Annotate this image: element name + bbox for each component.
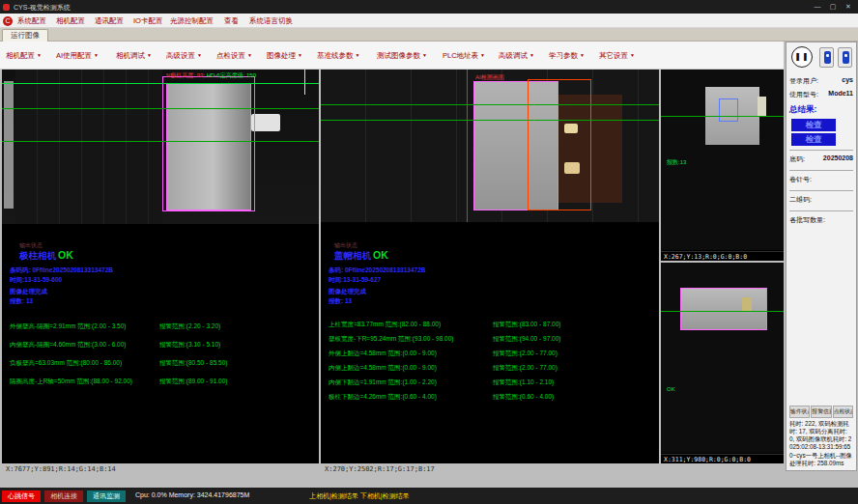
model-value: Mode11 (828, 90, 853, 99)
chevron-down-icon: ▼ (247, 52, 252, 58)
toolbar-item-baseline-params[interactable]: 基准线参数▼ (317, 51, 359, 61)
divider (789, 170, 853, 171)
scene-connector (251, 114, 280, 131)
bottom-code-value: 20250208 (823, 154, 853, 164)
maximize-button[interactable]: ▢ (825, 0, 841, 14)
measure-alarm: 报警范围:(94.00 - 97.00) (493, 335, 560, 344)
guide-line-green (661, 116, 784, 117)
right-time: 时间:13-31-59-627 (329, 276, 381, 285)
toolbar-item-advanced-debug[interactable]: 高级调试▼ (499, 51, 534, 61)
small-view-1-overlay: 报数:13 (667, 158, 686, 167)
lock-icon-dot (844, 54, 847, 57)
total-result-label: 总结果: (789, 104, 853, 116)
menu-item-language-switch[interactable]: 系统语言切换 (249, 16, 293, 26)
side-tab-check-status[interactable]: 点检状态 (833, 406, 853, 418)
small-view-2-image[interactable]: OK (661, 263, 784, 453)
pause-button[interactable]: ❚❚ (791, 46, 813, 68)
minimize-button[interactable]: — (810, 0, 825, 14)
toolbar-item-test-image-params[interactable]: 测试图像参数▼ (377, 51, 427, 61)
chevron-down-icon: ▼ (529, 52, 534, 58)
menu-bar: C 系统配置 相机配置 通讯配置 IO卡配置 光源控制配置 查看 系统语言切换 (0, 14, 858, 28)
tab-run-image[interactable]: 运行图像 (2, 29, 48, 42)
toolbar-item-other-settings[interactable]: 其它设置▼ (599, 51, 635, 61)
scene-highlight-spot (742, 297, 752, 311)
guide-line-green (321, 120, 659, 121)
batch-count-label: 各批写数量: (789, 215, 853, 225)
result-box-1: 检查 (791, 119, 836, 131)
left-camera-image[interactable]: N极柱高度: 93; HD-6定高度值: 150 (2, 70, 319, 224)
toolbar-item-advanced-settings[interactable]: 高级设置▼ (166, 51, 202, 61)
menu-item-comm-config[interactable]: 通讯配置 (95, 16, 124, 26)
measure-row: 内侧下翻边=1.91mm 范围:(1.00 - 2.20) (329, 378, 437, 387)
divider (789, 150, 853, 151)
right-count: 报数: 13 (329, 297, 352, 306)
login-user-row: 登录用户: cys (789, 76, 853, 86)
lock-icon-button[interactable] (838, 47, 852, 68)
menu-item-view[interactable]: 查看 (224, 16, 239, 26)
measure-alarm: 报警范围:(2.20 - 3.20) (159, 322, 220, 331)
camera-device-icon-button[interactable] (819, 47, 834, 68)
measure-row: 壁板宽度-下R=95.24mm 范围:(93.00 - 98.00) (329, 335, 454, 344)
left-ok-badge: OK (58, 249, 73, 261)
window-title: CYS-视觉检测系统 (14, 3, 71, 13)
guide-line-green (2, 141, 319, 142)
close-button[interactable]: ✕ (841, 0, 856, 14)
side-tabs: 输件状态 报警信息 点检状态 (789, 406, 853, 418)
toolbar-item-ai-config[interactable]: AI使用配置▼ (56, 51, 99, 61)
measure-alarm: 报警范围:(3.10 - 5.10) (159, 341, 220, 350)
device-icon (824, 51, 831, 64)
guide-line-green (321, 104, 659, 105)
login-user-label: 登录用户: (789, 76, 818, 86)
left-process-done: 图像处理完成 (10, 288, 47, 296)
chevron-down-icon: ▼ (197, 52, 202, 58)
right-camera-image[interactable]: AI检测画面 (321, 70, 659, 222)
right-result-title: 盖帽相机OK (334, 249, 388, 263)
menu-item-system-config[interactable]: 系统配置 (17, 16, 46, 26)
toolbar-item-image-processing[interactable]: 图像处理▼ (267, 51, 302, 61)
pin-number-label: 卷针号: (789, 175, 853, 184)
app-icon (3, 4, 10, 11)
menu-item-light-config[interactable]: 光源控制配置 (170, 16, 214, 26)
left-result-title: 极柱相机OK (19, 249, 73, 263)
toolbar-item-learning-params[interactable]: 学习参数▼ (549, 51, 585, 61)
menu-item-camera-config[interactable]: 相机配置 (56, 16, 85, 26)
chevron-down-icon: ▼ (422, 52, 427, 58)
right-camera-panel: AI检测画面 输出状态 盖帽相机OK 条码: 0Ffiine2025020813… (321, 70, 659, 463)
chevron-down-icon: ▼ (94, 52, 99, 58)
bottom-code-label: 底码: (789, 154, 805, 164)
cpu-memory-readout: Cpu: 0.0% Memory: 3424.41796875M (135, 491, 249, 498)
right-barcode: 条码: 0Ffiine2025020813313472B (329, 266, 425, 275)
scene-edge-strip (4, 81, 14, 209)
measure-alarm: 报警范围:(2.00 - 77.00) (493, 364, 558, 373)
toolbar-item-camera-config[interactable]: 相机配置▼ (6, 51, 42, 61)
small-view-1-image[interactable]: 报数:13 (661, 70, 784, 250)
measure-row: 上柱宽度=83.77mm 范围:(82.00 - 88.00) (329, 321, 441, 329)
small-view-2: OK X:311;Y:980;R:0;G:0;B:0 (661, 263, 784, 463)
heartbeat-indicator: 心跳信号 (2, 490, 41, 502)
camera-results-readout: 上相机|检测结果 下相机|检测结果 (309, 491, 410, 501)
small-view-1: 报数:13 X:267;Y:13;R:0;G:0;B:0 (661, 70, 784, 261)
measure-alarm: 报警范围:(80.50 - 85.50) (159, 359, 227, 368)
toolbar-item-spotcheck-settings[interactable]: 点检设置▼ (216, 51, 252, 61)
qr-code-label: 二维码: (789, 195, 853, 205)
chevron-down-icon: ▼ (580, 52, 585, 58)
side-controls: ❚❚ (789, 45, 853, 72)
app-logo-icon: C (3, 16, 13, 26)
menu-item-io-config[interactable]: IO卡配置 (133, 16, 162, 26)
toolbar-item-camera-debug[interactable]: 相机调试▼ (116, 51, 152, 61)
toolbar-item-plc-address[interactable]: PLC地址表▼ (443, 51, 485, 61)
left-image-overlay-text: N极柱高度: 93; HD-6定高度值: 150 (166, 71, 256, 80)
chevron-down-icon: ▼ (298, 52, 302, 58)
roi-rect-magenta (162, 76, 255, 211)
scene-highlight-spot (758, 97, 766, 116)
guide-line-green (2, 108, 319, 109)
side-tab-parts-status[interactable]: 输件状态 (789, 406, 810, 418)
side-tab-alarm-info[interactable]: 报警信息 (811, 406, 831, 418)
right-camera-name: 盖帽相机 (334, 250, 371, 261)
small-view-2-overlay: OK (667, 386, 675, 392)
left-time: 时间:13-31-59-600 (10, 276, 62, 285)
guide-line-green-vertical (467, 70, 468, 222)
measure-alarm: 报警范围:(2.00 - 77.00) (493, 350, 558, 358)
overlay-value-green: HD-6定高度值: 150 (207, 72, 256, 78)
guide-line-green (2, 83, 319, 84)
